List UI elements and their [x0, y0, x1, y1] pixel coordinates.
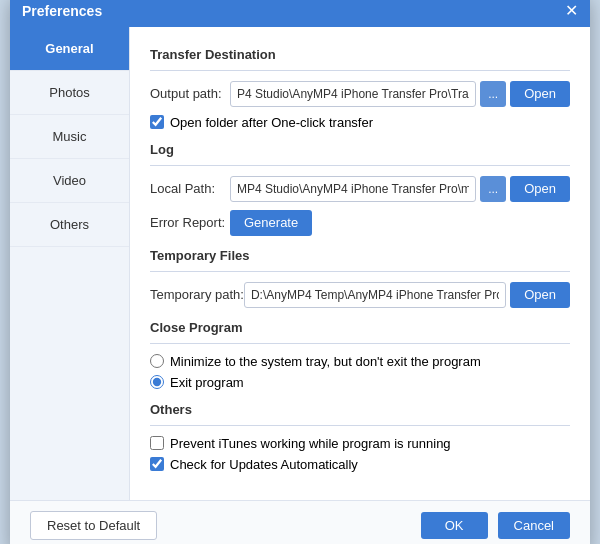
transfer-destination-section: Transfer Destination Output path: ... Op… [150, 47, 570, 130]
log-title: Log [150, 142, 570, 157]
sidebar-item-music[interactable]: Music [10, 115, 129, 159]
log-section: Log Local Path: ... Open Error Report: G… [150, 142, 570, 236]
cancel-button[interactable]: Cancel [498, 512, 570, 539]
exit-radio[interactable] [150, 375, 164, 389]
temp-path-label: Temporary path: [150, 287, 244, 302]
minimize-label: Minimize to the system tray, but don't e… [170, 354, 481, 369]
output-path-label: Output path: [150, 86, 230, 101]
others-title: Others [150, 402, 570, 417]
sidebar-item-photos[interactable]: Photos [10, 71, 129, 115]
temp-path-input[interactable] [244, 282, 506, 308]
preferences-dialog: Preferences ✕ General Photos Music Video… [10, 0, 590, 544]
generate-button[interactable]: Generate [230, 210, 312, 236]
sidebar: General Photos Music Video Others [10, 27, 130, 500]
output-path-open-button[interactable]: Open [510, 81, 570, 107]
output-path-input[interactable] [230, 81, 476, 107]
title-bar: Preferences ✕ [10, 0, 590, 27]
output-path-dots-button[interactable]: ... [480, 81, 506, 107]
open-folder-label: Open folder after One-click transfer [170, 115, 373, 130]
check-updates-label: Check for Updates Automatically [170, 457, 358, 472]
reset-to-default-button[interactable]: Reset to Default [30, 511, 157, 540]
error-report-label: Error Report: [150, 215, 230, 230]
exit-radio-row: Exit program [150, 375, 570, 390]
footer-right-buttons: OK Cancel [421, 512, 570, 539]
local-path-row: Local Path: ... Open [150, 176, 570, 202]
open-folder-row: Open folder after One-click transfer [150, 115, 570, 130]
dialog-body: General Photos Music Video Others Transf… [10, 27, 590, 500]
check-updates-checkbox[interactable] [150, 457, 164, 471]
prevent-itunes-row: Prevent iTunes working while program is … [150, 436, 570, 451]
prevent-itunes-checkbox[interactable] [150, 436, 164, 450]
temporary-files-section: Temporary Files Temporary path: Open [150, 248, 570, 308]
dialog-title: Preferences [22, 3, 102, 19]
output-path-row: Output path: ... Open [150, 81, 570, 107]
transfer-destination-title: Transfer Destination [150, 47, 570, 62]
others-section: Others Prevent iTunes working while prog… [150, 402, 570, 472]
error-report-row: Error Report: Generate [150, 210, 570, 236]
check-updates-row: Check for Updates Automatically [150, 457, 570, 472]
local-path-input[interactable] [230, 176, 476, 202]
temp-path-open-button[interactable]: Open [510, 282, 570, 308]
footer: Reset to Default OK Cancel [10, 500, 590, 545]
minimize-radio[interactable] [150, 354, 164, 368]
content-area: Transfer Destination Output path: ... Op… [130, 27, 590, 500]
sidebar-item-video[interactable]: Video [10, 159, 129, 203]
temp-path-row: Temporary path: Open [150, 282, 570, 308]
log-path-dots-button[interactable]: ... [480, 176, 506, 202]
sidebar-item-general[interactable]: General [10, 27, 129, 71]
close-program-section: Close Program Minimize to the system tra… [150, 320, 570, 390]
minimize-radio-row: Minimize to the system tray, but don't e… [150, 354, 570, 369]
sidebar-item-others[interactable]: Others [10, 203, 129, 247]
open-folder-checkbox[interactable] [150, 115, 164, 129]
temporary-files-title: Temporary Files [150, 248, 570, 263]
close-button[interactable]: ✕ [565, 3, 578, 19]
ok-button[interactable]: OK [421, 512, 488, 539]
close-program-title: Close Program [150, 320, 570, 335]
prevent-itunes-label: Prevent iTunes working while program is … [170, 436, 451, 451]
exit-label: Exit program [170, 375, 244, 390]
log-path-open-button[interactable]: Open [510, 176, 570, 202]
local-path-label: Local Path: [150, 181, 230, 196]
